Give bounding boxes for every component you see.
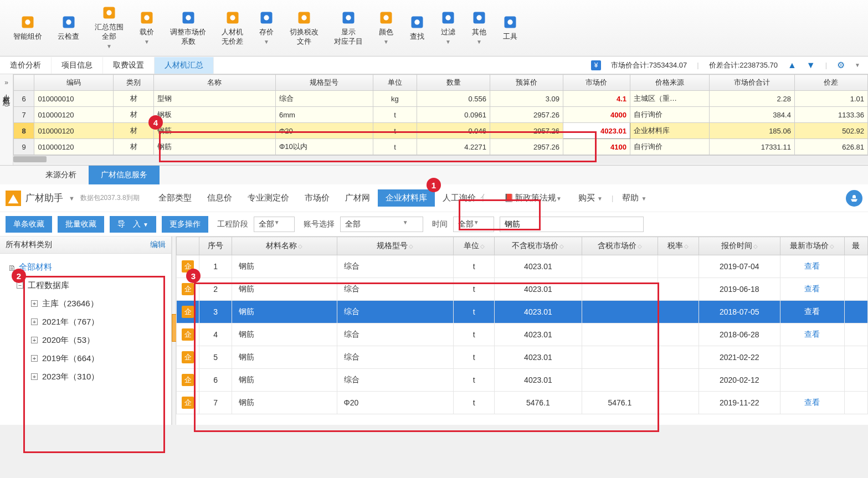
result-header[interactable]: 单位◇: [454, 237, 495, 255]
grid-header[interactable]: 价差: [794, 75, 867, 91]
toolbar-item[interactable]: 显示对应子目: [326, 3, 371, 53]
buy-dropdown[interactable]: 购买 ▼: [571, 189, 610, 207]
subtab[interactable]: 项目信息: [52, 57, 103, 74]
table-row[interactable]: 8010000120材钢筋Φ20t0.0462957.264023.01企业材料…: [14, 123, 868, 139]
grid-header[interactable]: 数量: [417, 75, 490, 91]
result-header[interactable]: 序号: [199, 237, 232, 255]
toolbar-item[interactable]: 切换税改文件: [282, 3, 326, 53]
type-tab[interactable]: 全部类型: [151, 189, 199, 207]
toolbar-item[interactable]: 智能组价: [6, 3, 50, 53]
toolbar-item[interactable]: 载价▼: [131, 3, 162, 53]
type-tab[interactable]: 📕新政策法规▼: [496, 189, 569, 207]
grid-header[interactable]: [14, 75, 34, 91]
tree-item[interactable]: +2020年（53）: [0, 331, 171, 349]
result-header[interactable]: 材料名称◇: [232, 237, 337, 255]
plus-icon[interactable]: +: [31, 318, 38, 325]
table-row[interactable]: 6010000010材型钢综合kg0.5563.094.1主城区（重…2.281…: [14, 91, 868, 107]
search-input[interactable]: [500, 217, 644, 232]
result-header[interactable]: 税率◇: [658, 237, 698, 255]
more-ops-button[interactable]: 更多操作: [162, 216, 208, 233]
tree-item[interactable]: +2019年（664）: [0, 349, 171, 368]
toolbar-item[interactable]: 人材机无价差: [214, 3, 251, 53]
grid-header[interactable]: 编码: [34, 75, 114, 91]
grid-header[interactable]: 价格来源: [630, 75, 709, 91]
sort-icon[interactable]: ◇: [480, 243, 485, 249]
toolbar-item[interactable]: 颜色▼: [371, 3, 402, 53]
horizontal-scrollbar[interactable]: [13, 155, 868, 163]
tree-item[interactable]: +2021年（767）: [0, 313, 171, 331]
tree-item[interactable]: +主库（23646）: [0, 295, 171, 313]
result-header[interactable]: 最: [844, 237, 867, 255]
materials-grid[interactable]: 编码类别名称规格型号单位数量预算价市场价价格来源市场价合计价差 60100000…: [13, 74, 868, 155]
grid-header[interactable]: 规格型号: [275, 75, 373, 91]
type-tab[interactable]: 专业测定价: [240, 189, 297, 207]
result-header[interactable]: 规格型号◇: [337, 237, 454, 255]
toolbar-item[interactable]: 查找: [402, 3, 433, 53]
table-row[interactable]: 7010000120材钢板6mmt0.09612957.264000自行询价38…: [14, 107, 868, 123]
bottom-tab[interactable]: 来源分析: [33, 166, 89, 184]
settings-icon[interactable]: ⚙: [837, 60, 845, 70]
subtab[interactable]: 造价分析: [0, 57, 52, 74]
expand-side-icon[interactable]: »: [4, 79, 8, 86]
results-grid[interactable]: 序号材料名称◇规格型号◇单位◇不含税市场价◇含税市场价◇税率◇报价时间◇最新市场…: [176, 237, 868, 414]
arrow-down-icon[interactable]: ▼: [807, 60, 815, 70]
view-link[interactable]: 查看: [804, 398, 820, 407]
subtab[interactable]: 人材机汇总: [155, 57, 214, 74]
result-header[interactable]: [177, 237, 199, 255]
import-button[interactable]: 导 入 ▼: [110, 216, 156, 233]
sort-icon[interactable]: ◇: [830, 243, 834, 249]
batch-collect-button[interactable]: 批量收藏: [58, 216, 104, 233]
type-tab[interactable]: 企业材料库: [378, 189, 435, 207]
result-header[interactable]: 含税市场价◇: [582, 237, 658, 255]
grid-header[interactable]: 类别: [114, 75, 154, 91]
grid-header[interactable]: 名称: [153, 75, 275, 91]
tree-edit-button[interactable]: 编辑: [150, 240, 166, 250]
sort-icon[interactable]: ◇: [298, 243, 302, 249]
result-header[interactable]: 不含税市场价◇: [494, 237, 582, 255]
result-row[interactable]: 企4钢筋综合t4023.012018-06-28查看: [177, 323, 868, 346]
plus-icon[interactable]: +: [31, 355, 38, 362]
result-header[interactable]: 最新市场价◇: [780, 237, 844, 255]
side-vertical-tab[interactable]: » 人材机汇总: [0, 74, 13, 165]
toolbar-item[interactable]: 调整市场价系数: [162, 3, 214, 53]
grid-header[interactable]: 预算价: [490, 75, 563, 91]
tree-item[interactable]: +2023年（310）: [0, 368, 171, 386]
sort-icon[interactable]: ◇: [638, 243, 642, 249]
toolbar-item[interactable]: 工具: [495, 3, 526, 53]
toolbar-item[interactable]: 其他▼: [464, 3, 495, 53]
help-dropdown[interactable]: 帮助 ▼: [614, 189, 654, 207]
single-collect-button[interactable]: 单条收藏: [6, 216, 52, 233]
type-tab[interactable]: 广材网: [337, 189, 378, 207]
result-header[interactable]: 报价时间◇: [698, 237, 780, 255]
sort-icon[interactable]: ◇: [753, 243, 758, 249]
table-row[interactable]: 9010000120材钢筋Φ10以内t4.22712957.264100自行询价…: [14, 139, 868, 155]
toolbar-item[interactable]: 云检查: [50, 3, 87, 53]
splitter-handle[interactable]: [172, 237, 176, 425]
type-tab[interactable]: 信息价: [199, 189, 240, 207]
view-link[interactable]: 查看: [804, 330, 820, 338]
view-link[interactable]: 查看: [804, 284, 820, 293]
result-row[interactable]: 企5钢筋综合t4023.012021-02-22: [177, 346, 868, 369]
sort-icon[interactable]: ◇: [409, 243, 413, 249]
toolbar-item[interactable]: 汇总范围全部▼: [87, 3, 131, 53]
plus-icon[interactable]: +: [31, 300, 38, 307]
toolbar-item[interactable]: 存价▼: [251, 3, 282, 53]
result-row[interactable]: 企6钢筋综合t4023.012020-02-12: [177, 369, 868, 392]
subtab[interactable]: 取费设置: [103, 57, 155, 74]
result-row[interactable]: 企2钢筋综合t4023.012019-06-18查看: [177, 278, 868, 301]
grid-header[interactable]: 单位: [373, 75, 417, 91]
sort-icon[interactable]: ◇: [684, 243, 689, 249]
view-link[interactable]: 查看: [804, 307, 820, 316]
account-select[interactable]: 全部 ▼: [340, 217, 423, 232]
result-row[interactable]: 企1钢筋综合t4023.012019-07-04查看: [177, 255, 868, 278]
grid-header[interactable]: 市场价合计: [709, 75, 794, 91]
view-link[interactable]: 查看: [804, 261, 820, 270]
gc-title[interactable]: 广材助手: [25, 192, 63, 204]
grid-header[interactable]: 市场价: [563, 75, 630, 91]
arrow-up-icon[interactable]: ▲: [788, 60, 797, 70]
sort-icon[interactable]: ◇: [559, 243, 564, 249]
type-tab[interactable]: 人工询价 亻: [435, 189, 496, 207]
bottom-tab[interactable]: 广材信息服务: [89, 166, 160, 184]
plus-icon[interactable]: +: [31, 373, 38, 380]
avatar-icon[interactable]: [846, 190, 862, 207]
